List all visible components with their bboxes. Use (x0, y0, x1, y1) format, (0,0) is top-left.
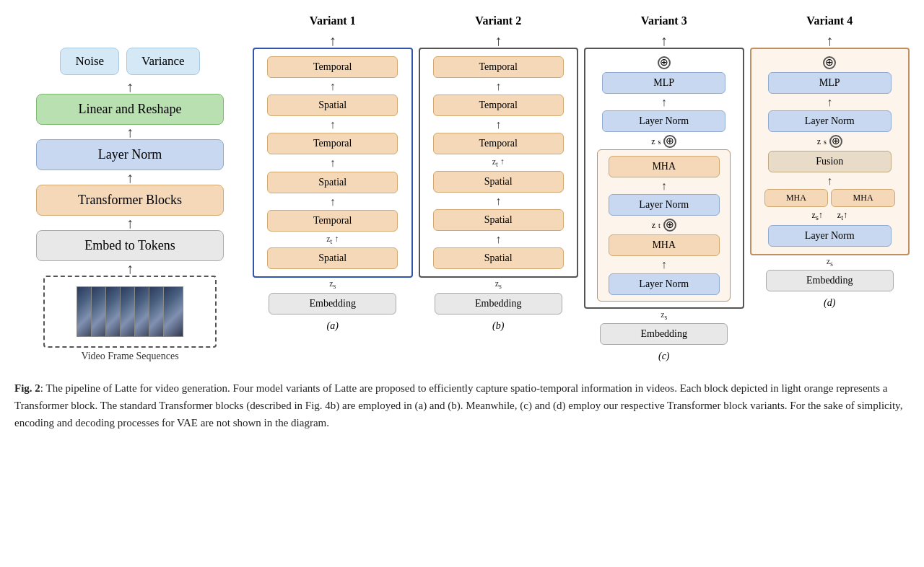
caption-area: Fig. 2: The pipeline of Latte for video … (14, 379, 910, 431)
v3-mha-inner-box: MHA ↑ Layer Norm zt ⊕ MHA ↑ Layer Norm (597, 149, 731, 301)
v2-a2: ↑ (495, 118, 501, 131)
v1-top-arrow: ↑ (329, 33, 336, 48)
transformer-box: Transformer Blocks (36, 185, 224, 216)
v3-layernorm-0: Layer Norm (609, 273, 720, 295)
v4-plus-circle-top: ⊕ (823, 56, 836, 69)
v1-a1: ↑ (330, 79, 336, 93)
v2-spatial-1: Spatial (433, 171, 564, 193)
v3-layernorm-2: Layer Norm (602, 110, 725, 132)
v2-a4: ↑ (495, 232, 501, 246)
v2-temporal-3: Temporal (433, 133, 564, 154)
v1-embedding: Embedding (269, 293, 396, 315)
v3-top-arrow: ↑ (661, 33, 668, 48)
frame-stack (55, 286, 205, 337)
v4-z-labels: zs↑ zt↑ (812, 210, 847, 221)
v3-plus-circle-1: ⊕ (663, 219, 676, 232)
variant-4-inner: ⊕ MLP ↑ Layer Norm zs ⊕ Fusion ↑ MHA MHA (750, 48, 910, 255)
left-panel: Noise Variance ↑ Linear and Reshape ↑ La… (14, 48, 245, 362)
v3-a3: ↑ (661, 258, 667, 271)
v3-top-plus-row: ⊕ (658, 56, 671, 69)
v3-layernorm-1: Layer Norm (609, 194, 720, 216)
v4-mha-t: MHA (831, 189, 895, 207)
v2-temporal-2: Temporal (433, 94, 564, 116)
v1-temporal-2: Temporal (267, 133, 398, 154)
v4-mha-row: MHA MHA (764, 188, 895, 208)
variant-4-title: Variant 4 (806, 14, 853, 27)
variant-3-title: Variant 3 (641, 14, 687, 27)
v3-zs-plus-row: zs ⊕ (651, 135, 676, 148)
v2-zs-label: zs (495, 278, 502, 290)
v3-a1: ↑ (661, 95, 667, 109)
variant-1-panel: Variant 1 ↑ Temporal ↑ Spatial ↑ Tempora… (253, 14, 413, 362)
v2-a3: ↑ (495, 194, 501, 208)
v3-caption: (c) (658, 351, 670, 362)
variant-1-inner: Temporal ↑ Spatial ↑ Temporal ↑ Spatial … (253, 48, 413, 278)
v1-a2: ↑ (330, 118, 336, 131)
v3-a2: ↑ (661, 179, 667, 193)
diagram-area: Noise Variance ↑ Linear and Reshape ↑ La… (14, 14, 910, 369)
v1-a4: ↑ (330, 195, 336, 208)
v3-embedding: Embedding (600, 323, 728, 345)
v3-zs-label: zs (661, 309, 667, 321)
fig-label: Fig. 2 (14, 382, 40, 394)
v1-caption: (a) (327, 320, 339, 332)
variants-area: Variant 1 ↑ Temporal ↑ Spatial ↑ Tempora… (253, 14, 910, 362)
v4-zs-plus-row: zs ⊕ (817, 135, 842, 148)
v4-mha-s: MHA (764, 189, 829, 207)
v2-caption: (b) (492, 320, 504, 332)
variant-3-inner: ⊕ MLP ↑ Layer Norm zs ⊕ MHA ↑ Layer Norm… (584, 48, 744, 309)
video-label: Video Frame Sequences (81, 351, 178, 362)
arrow-1: ↑ (126, 79, 134, 94)
v1-temporal-3: Temporal (267, 210, 398, 232)
v1-spatial-2: Spatial (267, 172, 398, 193)
arrow-5: ↑ (126, 261, 134, 276)
v4-layernorm-0: Layer Norm (768, 225, 892, 247)
v3-zt-plus-row: zt ⊕ (652, 219, 676, 232)
v1-zt-label: zt ↑ (326, 234, 339, 245)
v4-caption: (d) (824, 297, 835, 309)
arrow-2: ↑ (126, 125, 134, 139)
v3-plus-circle-top: ⊕ (658, 56, 671, 69)
layernorm-box: Layer Norm (36, 139, 224, 170)
v4-zs-arrow: zs↑ (812, 210, 823, 221)
v2-temporal-1: Temporal (433, 56, 564, 78)
v3-plus-circle-2: ⊕ (663, 135, 676, 148)
v4-embedding: Embedding (766, 270, 894, 291)
arrow-4: ↑ (126, 216, 134, 230)
v3-mha-0: MHA (609, 234, 720, 256)
v4-layernorm-3: Layer Norm (768, 110, 892, 132)
v1-spatial-1: Spatial (267, 94, 398, 116)
variant-2-panel: Variant 2 ↑ Temporal ↑ Temporal ↑ Tempor… (419, 14, 579, 362)
top-boxes: Noise Variance (14, 48, 245, 75)
video-frames (43, 276, 217, 348)
linear-box: Linear and Reshape (36, 94, 224, 125)
v4-a2: ↑ (827, 174, 832, 188)
v3-mlp: MLP (602, 72, 725, 94)
frame-7 (163, 286, 183, 337)
v2-top-arrow: ↑ (494, 33, 502, 48)
v2-spatial-3: Spatial (433, 247, 564, 269)
v1-a3: ↑ (330, 156, 336, 170)
caption-title: : The pipeline of Latte for video genera… (40, 382, 230, 394)
caption-text: Fig. 2: The pipeline of Latte for video … (14, 379, 910, 431)
v4-zs-label: zs (827, 256, 833, 268)
v4-top-plus-row: ⊕ (823, 56, 836, 69)
arrow-3: ↑ (126, 170, 134, 185)
v2-spatial-2: Spatial (433, 209, 564, 231)
variant-4-panel: Variant 4 ↑ ⊕ MLP ↑ Layer Norm zs ⊕ Fusi… (750, 14, 910, 362)
v2-embedding: Embedding (435, 293, 562, 315)
v4-fusion: Fusion (768, 151, 892, 172)
variant-1-title: Variant 1 (310, 14, 356, 27)
v4-a1: ↑ (827, 95, 832, 109)
variance-box: Variance (126, 48, 199, 75)
variant-3-panel: Variant 3 ↑ ⊕ MLP ↑ Layer Norm zs ⊕ MHA (584, 14, 744, 362)
v4-plus-circle-2: ⊕ (829, 135, 842, 148)
v3-mha-1: MHA (609, 156, 720, 177)
v4-zt-arrow: zt↑ (837, 210, 847, 221)
variant-2-title: Variant 2 (475, 14, 521, 27)
v2-zt-label: zt ↑ (492, 157, 505, 168)
noise-box: Noise (60, 48, 119, 75)
v1-spatial-3: Spatial (267, 247, 398, 269)
variant-2-inner: Temporal ↑ Temporal ↑ Temporal zt ↑ Spat… (419, 48, 579, 278)
v1-zs-label: zs (329, 278, 336, 290)
